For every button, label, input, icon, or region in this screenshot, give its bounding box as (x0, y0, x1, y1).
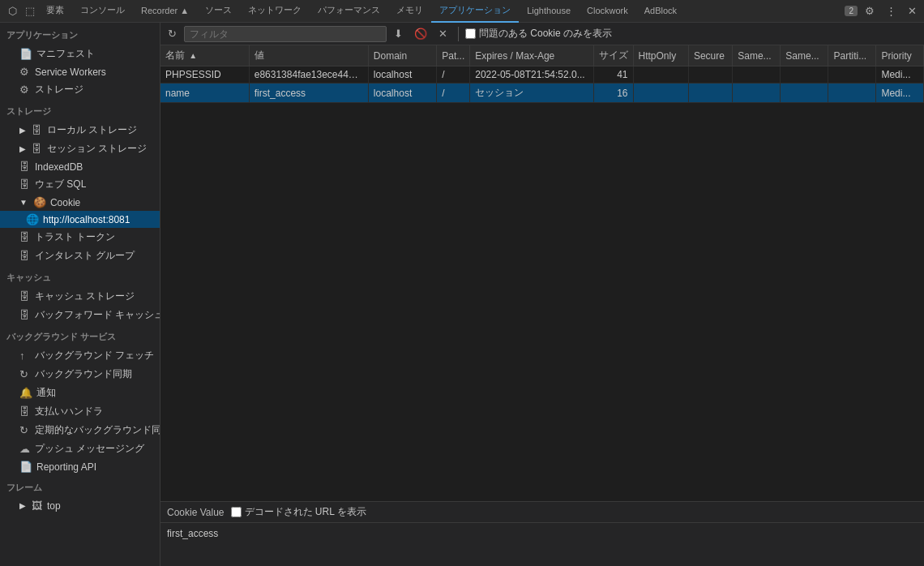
tab-lighthouse[interactable]: Lighthouse (519, 0, 579, 23)
service-workers-icon: ⚙ (19, 66, 31, 78)
sidebar-item-localhost-label: http://localhost:8081 (43, 214, 130, 225)
sidebar-item-bg-sync[interactable]: ↻ バックグラウンド同期 (0, 365, 160, 384)
col-header-httponly[interactable]: HttpOnly (633, 45, 688, 66)
tab-network[interactable]: ネットワーク (240, 0, 310, 23)
sidebar-item-notifications[interactable]: 🔔 通知 (0, 384, 160, 402)
col-header-domain[interactable]: Domain (368, 45, 436, 66)
tabs-right-controls: 2 ⚙ ⋮ ✕ (845, 3, 921, 19)
cell-name: PHPSESSID (160, 66, 249, 84)
notifications-icon: 🔔 (19, 387, 32, 399)
sidebar-item-storage-app[interactable]: ⚙ ストレージ (0, 80, 160, 99)
col-header-expires[interactable]: Expires / Max-Age (470, 45, 593, 66)
sidebar-item-websql[interactable]: 🗄 ウェブ SQL (0, 175, 160, 194)
sidebar-item-manifest[interactable]: 📄 マニフェスト (0, 45, 160, 63)
tab-group: ⬡ ⬚ 要素 コンソール Recorder ▲ ソース ネットワーク パフォーマ… (3, 0, 845, 23)
sidebar-item-interest-group[interactable]: 🗄 インタレスト グループ (0, 247, 160, 265)
cookie-icon: 🍪 (33, 196, 46, 208)
table-row[interactable]: PHPSESSIDe8631384fae13ece4414e94b3...loc… (160, 66, 924, 84)
table-row[interactable]: namefirst_accesslocalhost/セッション16Medi... (160, 84, 924, 103)
decode-url-checkbox[interactable] (231, 507, 242, 517)
col-header-value[interactable]: 値 (249, 45, 368, 66)
clear-button[interactable]: 🚫 (410, 26, 431, 41)
filter-input[interactable] (184, 26, 387, 42)
sidebar-item-manifest-label: マニフェスト (36, 47, 95, 61)
delete-button[interactable]: ✕ (434, 26, 451, 41)
settings-button[interactable]: ⚙ (861, 3, 879, 19)
sort-arrow-name: ▲ (189, 51, 197, 60)
cache-storage-icon: 🗄 (19, 290, 31, 302)
sidebar-item-local-storage-label: ローカル ストレージ (47, 123, 137, 137)
col-header-path[interactable]: Pat... (437, 45, 470, 66)
sidebar-item-service-workers-label: Service Workers (35, 66, 106, 78)
sidebar-item-local-storage[interactable]: ▶ 🗄 ローカル ストレージ (0, 121, 160, 139)
sidebar-item-back-forward-cache[interactable]: 🗄 バックフォワード キャッシュ (0, 306, 160, 324)
col-header-name[interactable]: 名前 ▲ (160, 45, 249, 66)
col-header-samesite1[interactable]: Same... (733, 45, 781, 66)
localhost-icon: 🌐 (26, 213, 39, 225)
indexeddb-icon: 🗄 (19, 161, 31, 173)
tab-source[interactable]: ソース (197, 0, 240, 23)
session-storage-arrow: ▶ (19, 144, 26, 153)
sidebar-item-payment-handler[interactable]: 🗄 支払いハンドラ (0, 402, 160, 421)
sidebar-item-bg-fetch[interactable]: ↑ バックグラウンド フェッチ (0, 346, 160, 365)
bottom-panel-label: Cookie Value (167, 507, 225, 518)
cookie-table-body: PHPSESSIDe8631384fae13ece4414e94b3...loc… (160, 66, 924, 103)
cookie-table: 名前 ▲ 値 Domain Pat... Expires / Max-Age サ… (160, 45, 924, 103)
periodic-bg-sync-icon: ↻ (19, 424, 31, 436)
top-tab-bar: ⬡ ⬚ 要素 コンソール Recorder ▲ ソース ネットワーク パフォーマ… (0, 0, 924, 23)
close-devtools-button[interactable]: ✕ (904, 3, 921, 19)
sidebar-item-top[interactable]: ▶ 🖼 top (0, 497, 160, 514)
col-header-partition[interactable]: Partiti... (828, 45, 876, 66)
content-toolbar: ↻ ⬇ 🚫 ✕ 問題のある Cookie のみを表示 (160, 23, 924, 45)
inspect-icon[interactable]: ⬚ (22, 5, 38, 17)
cell-domain: localhost (368, 66, 436, 84)
sidebar-item-reporting-api[interactable]: 📄 Reporting API (0, 458, 160, 475)
sidebar-item-cache-storage[interactable]: 🗄 キャッシュ ストレージ (0, 287, 160, 306)
payment-handler-icon: 🗄 (19, 405, 31, 418)
sidebar-item-trust-token[interactable]: 🗄 トラスト トークン (0, 228, 160, 247)
cell-same2 (781, 66, 828, 84)
devtools-icon[interactable]: ⬡ (3, 5, 22, 17)
show-issues-label[interactable]: 問題のある Cookie のみを表示 (465, 27, 612, 41)
section-bg-header: バックグラウンド サービス (0, 324, 160, 346)
push-messaging-icon: ☁ (19, 443, 31, 455)
manifest-icon: 📄 (19, 48, 32, 60)
content-area: ↻ ⬇ 🚫 ✕ 問題のある Cookie のみを表示 名前 ▲ (160, 23, 924, 566)
local-storage-arrow: ▶ (19, 126, 26, 135)
col-header-size[interactable]: サイズ (593, 45, 633, 66)
sidebar-item-cache-storage-label: キャッシュ ストレージ (35, 289, 135, 303)
col-header-samesite2[interactable]: Same... (781, 45, 828, 66)
tab-console[interactable]: コンソール (72, 0, 133, 23)
sidebar-item-periodic-bg-sync[interactable]: ↻ 定期的なバックグラウンド同... (0, 421, 160, 440)
tab-memory[interactable]: メモリ (388, 0, 431, 23)
sidebar-item-indexeddb[interactable]: 🗄 IndexedDB (0, 158, 160, 175)
sidebar-item-push-messaging[interactable]: ☁ プッシュ メッセージング (0, 440, 160, 458)
decode-url-label[interactable]: デコードされた URL を表示 (231, 505, 366, 519)
refresh-button[interactable]: ↻ (164, 26, 181, 41)
sidebar-item-cookie[interactable]: ▼ 🍪 Cookie (0, 194, 160, 211)
show-issues-checkbox[interactable] (465, 28, 476, 39)
sidebar-item-session-storage[interactable]: ▶ 🗄 セッション ストレージ (0, 139, 160, 158)
back-forward-cache-icon: 🗄 (19, 309, 31, 321)
tab-elements[interactable]: 要素 (38, 0, 72, 23)
sidebar-item-top-label: top (47, 500, 61, 512)
more-button[interactable]: ⋮ (882, 3, 900, 19)
cell-partition (828, 84, 876, 103)
tab-application[interactable]: アプリケーション (431, 0, 519, 23)
top-icon: 🖼 (32, 500, 43, 512)
sidebar-item-service-workers[interactable]: ⚙ Service Workers (0, 63, 160, 80)
sidebar-item-localhost[interactable]: 🌐 http://localhost:8081 (0, 211, 160, 228)
cell-size: 16 (593, 84, 633, 103)
tab-clockwork[interactable]: Clockwork (579, 0, 636, 23)
cell-value: first_access (249, 84, 368, 103)
toolbar-separator (458, 27, 459, 41)
bg-sync-icon: ↻ (19, 368, 31, 380)
col-header-secure[interactable]: Secure (688, 45, 732, 66)
cell-httponly (633, 84, 688, 103)
tab-recorder[interactable]: Recorder ▲ (133, 0, 197, 23)
tab-performance[interactable]: パフォーマンス (310, 0, 388, 23)
sidebar-item-notifications-label: 通知 (36, 386, 56, 400)
export-button[interactable]: ⬇ (390, 26, 407, 41)
tab-adblock[interactable]: AdBlock (636, 0, 685, 23)
col-header-priority[interactable]: Priority (876, 45, 924, 66)
